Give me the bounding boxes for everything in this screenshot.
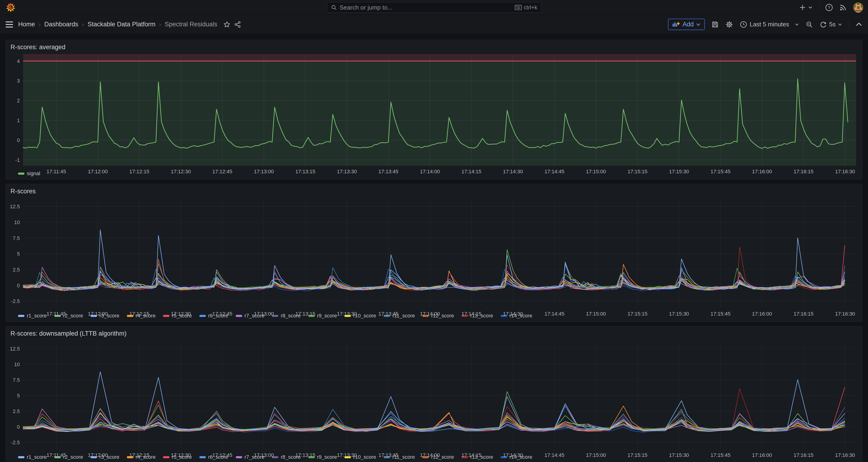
x-axis-tick-label: 17:15:15 — [627, 168, 647, 175]
y-axis-tick-label: 1 — [17, 118, 20, 123]
x-axis-tick-label: 17:13:00 — [254, 311, 274, 317]
gear-icon — [725, 21, 733, 28]
x-axis-tick-label: 17:13:15 — [296, 452, 315, 458]
add-panel-button[interactable]: Add — [668, 19, 705, 30]
new-menu-button[interactable] — [799, 4, 813, 11]
x-axis-tick-label: 17:14:30 — [503, 452, 523, 458]
y-axis-tick-label: 0 — [17, 283, 20, 288]
x-axis-tick-label: 17:12:30 — [171, 452, 191, 458]
x-axis-tick-label: 17:13:30 — [337, 452, 357, 458]
panel-title[interactable]: R-scores: averaged — [6, 40, 862, 52]
x-axis-tick-label: 17:12:00 — [88, 452, 108, 458]
series-line-r1_score — [23, 230, 845, 289]
time-series-chart[interactable]: -10123417:11:4517:12:0017:12:1517:12:301… — [6, 52, 862, 170]
global-search[interactable]: ctrl+k — [327, 2, 541, 13]
dashboard-settings-button[interactable] — [725, 21, 733, 28]
x-axis-tick-label: 17:16:00 — [752, 452, 772, 458]
user-avatar[interactable] — [853, 2, 863, 12]
mega-menu-button[interactable] — [6, 22, 13, 28]
chevron-down-icon — [696, 23, 701, 26]
refresh-picker[interactable]: 5s — [819, 21, 842, 28]
x-axis-tick-label: 17:12:00 — [88, 168, 108, 175]
dashboard-toolbar: Home › Dashboards › Stackable Data Platf… — [0, 15, 868, 34]
y-axis-tick-label: -2.5 — [11, 298, 20, 304]
save-icon — [711, 21, 719, 28]
y-axis-tick-label: 3 — [17, 78, 20, 84]
series-line-r3_score — [23, 236, 845, 290]
series-line-r7_score — [23, 267, 845, 289]
y-axis-tick-label: 5 — [17, 251, 20, 257]
x-axis-tick-label: 17:16:00 — [752, 311, 772, 317]
y-axis-tick-label: 0 — [17, 137, 20, 143]
x-axis-tick-label: 17:12:15 — [129, 168, 150, 175]
x-axis-tick-label: 17:13:30 — [337, 168, 357, 175]
panel-title[interactable]: R-scores — [6, 184, 862, 196]
x-axis-tick-label: 17:16:15 — [794, 452, 814, 458]
time-range-picker[interactable]: Last 5 minutes — [740, 21, 799, 28]
time-series-chart[interactable]: -2.502.557.51012.517:11:4517:12:0017:12:… — [6, 338, 862, 454]
save-dashboard-button[interactable] — [711, 21, 719, 28]
time-series-chart[interactable]: -2.502.557.51012.517:11:4517:12:0017:12:… — [6, 196, 862, 312]
x-axis-tick-label: 17:14:00 — [420, 452, 440, 458]
favorite-star-button[interactable] — [223, 21, 230, 28]
x-axis-tick-label: 17:16:15 — [794, 311, 814, 317]
kiosk-mode-button[interactable] — [856, 22, 862, 27]
x-axis-tick-label: 17:12:15 — [129, 452, 150, 458]
x-axis-tick-label: 17:15:45 — [711, 311, 731, 317]
series-line-r5_score — [23, 388, 845, 432]
grid-lines — [23, 340, 856, 450]
zoom-out-icon — [806, 21, 813, 28]
help-button[interactable]: ? — [825, 3, 833, 11]
x-axis-tick-label: 17:15:00 — [586, 168, 606, 175]
y-axis-tick-label: 10 — [14, 362, 20, 367]
breadcrumb-home[interactable]: Home — [18, 21, 35, 28]
x-axis-tick-label: 17:12:45 — [212, 452, 232, 458]
x-axis-tick-label: 17:13:00 — [254, 452, 274, 458]
x-axis-tick-label: 17:15:00 — [586, 452, 606, 458]
star-icon — [223, 21, 230, 28]
y-axis-tick-label: -2.5 — [11, 440, 20, 445]
zoom-out-button[interactable] — [806, 21, 813, 28]
x-axis-tick-label: 17:15:15 — [627, 311, 647, 317]
dashboard-canvas: R-scores: averaged -10123417:11:4517:12:… — [0, 34, 868, 462]
x-axis-tick-label: 17:14:45 — [545, 452, 564, 458]
breadcrumb-dashboards[interactable]: Dashboards — [44, 21, 78, 28]
y-axis-tick-label: 0 — [17, 424, 20, 430]
search-input[interactable] — [340, 4, 512, 11]
x-axis-tick-label: 17:11:45 — [46, 168, 66, 175]
x-axis-tick-label: 17:16:30 — [835, 311, 855, 317]
panel-title[interactable]: R-scores: downsampled (LTTB algorithm) — [6, 326, 862, 338]
breadcrumb: Home › Dashboards › Stackable Data Platf… — [18, 21, 241, 28]
x-axis-tick-label: 17:15:45 — [711, 452, 731, 458]
x-axis-tick-label: 17:15:45 — [711, 168, 731, 175]
threshold-region-above — [23, 54, 856, 61]
y-axis-tick-label: -1 — [15, 157, 20, 163]
y-axis-tick-label: 2.5 — [12, 408, 20, 414]
x-axis-tick-label: 17:14:15 — [461, 168, 482, 175]
x-axis-tick-label: 17:16:30 — [835, 168, 855, 175]
grafana-logo-icon[interactable] — [6, 2, 16, 12]
share-button[interactable] — [234, 21, 241, 28]
help-icon: ? — [825, 3, 833, 11]
x-axis-tick-label: 17:12:30 — [171, 168, 191, 175]
series-line-r1_score — [23, 372, 845, 431]
y-axis-tick-label: 7.5 — [12, 377, 20, 383]
news-button[interactable] — [839, 3, 847, 11]
x-axis-tick-label: 17:14:45 — [545, 168, 564, 175]
share-icon — [234, 21, 241, 28]
threshold-region-below — [23, 61, 856, 166]
series-lines — [23, 230, 845, 291]
x-axis-tick-label: 17:13:30 — [337, 311, 357, 317]
x-axis-tick-label: 17:12:45 — [212, 311, 232, 317]
y-axis-tick-label: 10 — [14, 219, 20, 225]
chevron-down-icon — [809, 7, 812, 8]
plus-icon — [800, 5, 805, 10]
breadcrumb-folder[interactable]: Stackable Data Platform — [88, 21, 156, 28]
x-axis-tick-label: 17:13:15 — [296, 311, 315, 317]
x-axis-tick-label: 17:16:30 — [835, 452, 855, 458]
x-axis-tick-label: 17:12:45 — [212, 168, 232, 175]
x-axis-tick-label: 17:12:15 — [129, 311, 150, 317]
x-axis-tick-label: 17:14:15 — [461, 452, 482, 458]
x-axis-tick-label: 17:11:45 — [46, 311, 66, 317]
rss-icon — [839, 3, 847, 11]
